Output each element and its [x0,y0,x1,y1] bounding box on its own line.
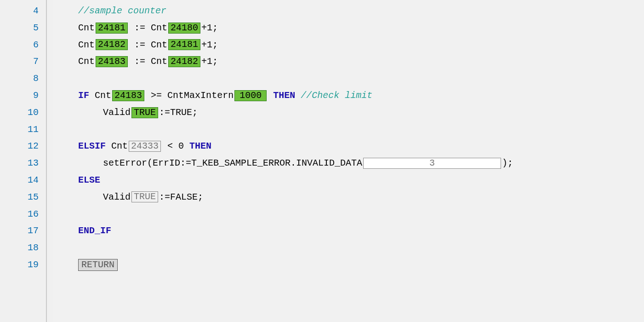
keyword: END_IF [78,225,111,236]
code-line[interactable]: //sample counter [53,3,644,20]
line-number: 19 [0,257,39,274]
code-line[interactable]: RETURN [53,257,644,274]
token-var: Cnt [78,56,95,67]
token-var: Cnt [78,23,95,33]
code-line[interactable]: setError(ErrID:=T_KEB_SAMPLE_ERROR.INVAL… [53,155,644,172]
code-area[interactable]: //sample counter Cnt24181 := Cnt24180+1;… [53,0,644,322]
value-field-wide[interactable]: 3 [363,158,501,169]
token-var: Valid [103,192,131,202]
token-op: >= [151,90,162,101]
value-badge[interactable]: 24183 [96,56,128,67]
code-line[interactable]: IF Cnt24183 >= CntMaxIntern1000 THEN //C… [53,87,644,104]
keyword: IF [78,90,89,101]
gutter-divider [46,0,47,322]
value-badge[interactable]: 24183 [112,90,144,101]
code-line[interactable] [53,121,644,138]
code-line[interactable]: ELSIF Cnt24333 < 0 THEN [53,138,644,155]
line-number: 10 [0,104,39,121]
token-var: Cnt [151,23,167,33]
token-suffix: +1; [201,23,218,33]
code-line[interactable]: END_IF [53,223,644,240]
line-number: 9 [0,87,39,104]
token-var: Cnt [95,90,111,101]
token-op: := [134,23,145,33]
keyword: ELSE [78,175,100,185]
token-var: Cnt [151,40,167,50]
token-call: setError(ErrID:=T_KEB_SAMPLE_ERROR.INVAL… [103,158,362,168]
code-line[interactable] [53,240,644,257]
code-line[interactable]: ELSE [53,172,644,189]
token-var: Cnt [111,141,128,151]
token-var: Cnt [151,56,167,67]
value-badge[interactable]: TRUE [131,107,158,118]
comment: //sample counter [78,6,166,16]
code-line[interactable]: ValidTRUE:=FALSE; [53,189,644,206]
line-number: 4 [0,3,39,20]
code-line[interactable]: Cnt24182 := Cnt24181+1; [53,37,644,54]
code-line[interactable]: Cnt24181 := Cnt24180+1; [53,20,644,37]
line-number: 7 [0,53,39,70]
line-number: 13 [0,155,39,172]
keyword: ELSIF [78,141,106,151]
token-var: CntMaxIntern [167,90,234,101]
line-number: 8 [0,70,39,87]
keyword: THEN [189,141,211,151]
token-suffix: +1; [201,40,218,50]
comment: //Check limit [301,90,372,101]
line-number: 18 [0,240,39,257]
token-op: := [134,56,145,67]
line-number: 11 [0,121,39,138]
code-line[interactable] [53,70,644,87]
token-suffix: :=FALSE; [159,192,203,202]
line-number: 15 [0,189,39,206]
code-line[interactable]: ValidTRUE:=TRUE; [53,104,644,121]
line-gutter: 45678910111213141516171819 [0,0,46,322]
line-number: 6 [0,37,39,54]
line-number: 17 [0,223,39,240]
token-suffix: :=TRUE; [159,107,198,118]
line-number: 12 [0,138,39,155]
token-suffix: +1; [201,56,218,67]
token-var: Cnt [78,40,95,50]
code-line[interactable] [53,206,644,223]
value-badge[interactable]: 24181 [168,39,200,50]
token-op: < 0 [167,141,184,151]
value-badge[interactable]: 24181 [96,23,128,34]
return-button[interactable]: RETURN [78,259,118,271]
value-badge-inactive[interactable]: 24333 [129,141,161,152]
line-number: 5 [0,20,39,37]
token-var: Valid [103,107,131,118]
keyword: THEN [273,90,295,101]
line-number: 14 [0,172,39,189]
value-badge[interactable]: 24182 [96,39,128,50]
line-number: 16 [0,206,39,223]
code-editor[interactable]: 45678910111213141516171819 //sample coun… [0,0,644,322]
value-badge[interactable]: 24180 [168,23,200,34]
code-line[interactable]: Cnt24183 := Cnt24182+1; [53,53,644,70]
value-badge[interactable]: 24182 [168,56,200,67]
token-op: := [134,40,145,50]
value-badge[interactable]: 1000 [234,90,267,101]
token-suffix: ); [502,158,513,168]
value-badge-inactive[interactable]: TRUE [131,191,158,202]
